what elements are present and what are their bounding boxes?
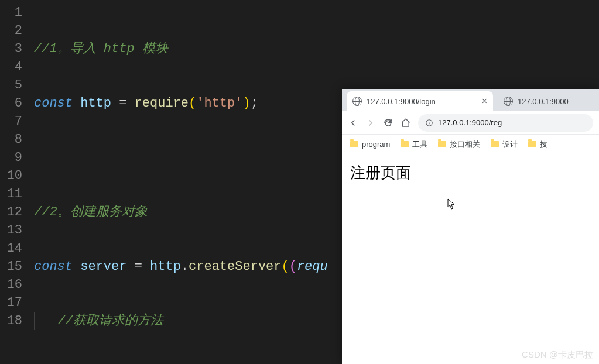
bookmarks-bar: program 工具 接口相关 设计 技 (342, 135, 599, 154)
page-heading: 注册页面 (350, 164, 411, 181)
reload-button[interactable] (383, 118, 393, 128)
line-number: 15 (0, 257, 22, 276)
tab-close-icon[interactable]: × (482, 96, 487, 107)
folder-icon (350, 141, 358, 147)
browser-tab-active[interactable]: 127.0.0.1:9000/login × (347, 91, 493, 111)
line-number: 5 (0, 76, 22, 94)
folder-icon (528, 141, 536, 147)
tab-strip: 127.0.0.1:9000/login × 127.0.0.1:9000 (342, 89, 599, 111)
folder-icon (491, 141, 499, 147)
line-number-gutter: 1 2 3 4 5 6 7 8 9 10 11 12 13 14 15 16 1… (0, 0, 29, 364)
tab-title: 127.0.0.1:9000/login (367, 97, 436, 106)
bookmark-item[interactable]: program (350, 140, 390, 149)
line-number: 11 (0, 185, 22, 203)
url-text: 127.0.0.1:9000/reg (438, 118, 502, 127)
url-bar[interactable]: 127.0.0.1:9000/reg (418, 114, 593, 132)
line-number: 12 (0, 203, 22, 221)
line-number: 1 (0, 4, 22, 22)
line-number: 10 (0, 167, 22, 185)
line-number: 6 (0, 94, 22, 112)
forward-button[interactable] (365, 118, 376, 128)
globe-icon (504, 97, 513, 106)
info-icon (425, 119, 433, 127)
browser-window: 127.0.0.1:9000/login × 127.0.0.1:9000 12… (342, 89, 599, 364)
browser-toolbar: 127.0.0.1:9000/reg (342, 111, 599, 135)
line-number: 18 (0, 312, 22, 330)
globe-icon (352, 97, 362, 106)
tab-title: 127.0.0.1:9000 (518, 97, 569, 106)
line-number: 2 (0, 22, 22, 40)
bookmark-item[interactable]: 技 (528, 139, 547, 150)
back-button[interactable] (348, 118, 358, 128)
home-button[interactable] (401, 118, 411, 128)
line-number: 13 (0, 221, 22, 239)
folder-icon (438, 141, 446, 147)
line-number: 9 (0, 149, 22, 167)
line-number: 3 (0, 40, 22, 58)
line-number: 7 (0, 112, 22, 131)
bookmark-item[interactable]: 设计 (491, 139, 518, 150)
line-number: 17 (0, 294, 22, 312)
folder-icon (401, 141, 409, 147)
line-number: 16 (0, 276, 22, 294)
browser-tab-inactive[interactable]: 127.0.0.1:9000 (498, 91, 599, 111)
bookmark-item[interactable]: 接口相关 (438, 139, 480, 150)
line-number: 14 (0, 239, 22, 257)
watermark: CSDN @卡皮巴拉 (522, 349, 593, 360)
code-line: //1。导入 http 模块 (34, 40, 599, 58)
line-number: 4 (0, 58, 22, 76)
page-content: 注册页面 (342, 154, 599, 191)
line-number: 8 (0, 131, 22, 149)
bookmark-item[interactable]: 工具 (401, 139, 427, 150)
